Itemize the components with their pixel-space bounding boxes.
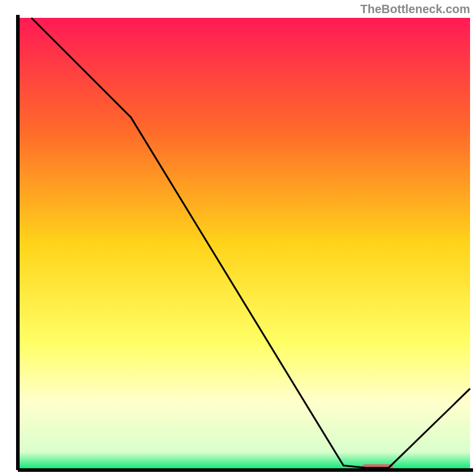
bottleneck-chart	[0, 0, 476, 476]
gradient-background	[18, 18, 470, 470]
watermark-text: TheBottleneck.com	[361, 2, 470, 16]
chart-container: TheBottleneck.com	[0, 0, 476, 476]
